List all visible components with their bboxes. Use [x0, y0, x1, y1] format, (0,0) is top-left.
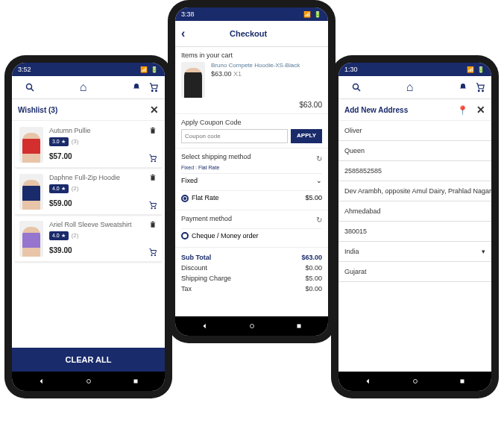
trash-icon[interactable]	[149, 221, 157, 228]
address-header: Add New Address 📍 ✕	[338, 99, 491, 121]
svg-point-14	[353, 84, 359, 90]
svg-point-10	[86, 380, 90, 384]
product-name: Ariel Roll Sleeve Sweatshirt	[49, 221, 148, 228]
wishlist-item[interactable]: Daphne Full-Zip Hoodie 4.0 ★(2) $59.00	[15, 169, 162, 215]
shipping-price: $5.00	[305, 194, 322, 201]
svg-point-0	[27, 84, 32, 90]
phone-field[interactable]: 2585852585	[338, 161, 491, 181]
total-value: $0.00	[305, 285, 322, 292]
product-image	[19, 221, 43, 257]
svg-point-5	[154, 160, 156, 162]
trash-icon[interactable]	[149, 174, 157, 181]
time: 1:30	[344, 66, 358, 73]
back-icon[interactable]: ‹	[181, 27, 185, 40]
shipping-section: Select shipping method ↻ Fixed : Flat Ra…	[175, 148, 328, 210]
total-value: $63.00	[301, 254, 322, 261]
status-bar: 3:38 📶 🔋	[175, 7, 328, 21]
nav-recent-icon[interactable]	[459, 378, 466, 385]
firstname-field[interactable]: Oliver	[338, 121, 491, 141]
payment-section: Payment method ↻ Cheque / Money order	[175, 210, 328, 248]
search-icon[interactable]	[25, 83, 34, 92]
add-cart-icon[interactable]	[148, 201, 157, 210]
svg-point-8	[151, 254, 153, 256]
lastname-field[interactable]: Queen	[338, 141, 491, 161]
product-price: $59.00	[49, 199, 148, 207]
rating-count: (2)	[72, 185, 79, 192]
close-icon[interactable]: ✕	[476, 104, 485, 116]
city-field[interactable]: Ahmedabad	[338, 201, 491, 222]
android-navbar	[338, 372, 491, 391]
close-icon[interactable]: ✕	[150, 104, 159, 116]
svg-rect-13	[297, 325, 300, 328]
product-name: Bruno Compete Hoodie-XS-Black	[211, 62, 322, 69]
wishlist-item[interactable]: Autumn Pullie 3.0 ★(3) $57.00	[15, 122, 162, 168]
chevron-down-icon[interactable]: ⌄	[316, 177, 322, 184]
page-title: Checkout	[191, 29, 306, 38]
line-total: $63.00	[181, 101, 322, 109]
radio-icon[interactable]	[181, 232, 189, 240]
refresh-icon[interactable]: ↻	[316, 216, 322, 224]
nav-home-icon[interactable]	[248, 322, 256, 330]
clear-all-button[interactable]: CLEAR ALL	[12, 348, 165, 372]
svg-rect-11	[133, 380, 137, 384]
rating-badge: 4.0 ★	[49, 231, 69, 240]
svg-point-2	[151, 90, 153, 92]
total-label: Discount	[181, 264, 207, 272]
page-title: Wishlist (3)	[18, 106, 57, 114]
product-image	[181, 62, 205, 98]
cart-icon[interactable]	[475, 82, 485, 93]
cart-icon[interactable]	[148, 82, 159, 93]
checkout-header: ‹ Checkout	[175, 21, 328, 47]
wishlist-item[interactable]: Ariel Roll Sleeve Sweatshirt 4.0 ★(2) $3…	[15, 216, 162, 262]
total-label: Sub Total	[181, 254, 211, 261]
apply-button[interactable]: APPLY	[291, 129, 322, 143]
product-name: Daphne Full-Zip Hoodie	[49, 174, 148, 181]
add-cart-icon[interactable]	[148, 154, 157, 163]
total-value: $0.00	[305, 264, 322, 272]
svg-point-18	[413, 380, 417, 384]
section-title: Select shipping method	[181, 153, 251, 160]
refresh-icon[interactable]: ↻	[316, 154, 322, 163]
svg-line-1	[31, 89, 34, 92]
nav-recent-icon[interactable]	[132, 378, 139, 385]
bell-icon[interactable]	[459, 83, 467, 92]
search-icon[interactable]	[352, 83, 361, 92]
product-price: $57.00	[49, 152, 148, 160]
time: 3:52	[18, 66, 31, 73]
country-field[interactable]: India▾	[338, 242, 491, 262]
add-cart-icon[interactable]	[148, 248, 157, 257]
nav-back-icon[interactable]	[38, 378, 45, 385]
status-bar: 1:30 📶 🔋	[338, 63, 491, 76]
coupon-input[interactable]	[181, 129, 288, 143]
rating-count: (2)	[72, 232, 79, 239]
nav-back-icon[interactable]	[201, 322, 209, 330]
status-icons: 📶 🔋	[140, 66, 159, 73]
zip-field[interactable]: 380015	[338, 222, 491, 242]
logo-icon[interactable]: ⌂	[80, 81, 87, 94]
state-field[interactable]: Gujarat	[338, 262, 491, 282]
svg-point-17	[482, 90, 484, 92]
status-icons: 📶 🔋	[467, 66, 485, 73]
app-toolbar: ⌂	[12, 76, 165, 99]
location-icon[interactable]: 📍	[457, 105, 468, 116]
total-label: Shipping Charge	[181, 275, 231, 282]
svg-point-6	[151, 207, 153, 209]
street-field[interactable]: Dev Arambh, opposite Amul Dairy, Prahlad…	[338, 181, 491, 201]
bell-icon[interactable]	[132, 83, 141, 92]
rating-count: (3)	[72, 138, 79, 145]
svg-point-16	[478, 90, 479, 92]
nav-home-icon[interactable]	[85, 378, 92, 385]
nav-recent-icon[interactable]	[295, 322, 303, 330]
svg-point-4	[151, 160, 153, 162]
app-toolbar: ⌂	[338, 76, 491, 99]
logo-icon[interactable]: ⌂	[406, 81, 414, 94]
radio-icon[interactable]	[181, 195, 189, 202]
svg-point-12	[250, 325, 253, 328]
nav-home-icon[interactable]	[412, 378, 419, 385]
trash-icon[interactable]	[149, 127, 157, 134]
total-label: Tax	[181, 285, 192, 292]
shipping-label: Fixed	[181, 177, 198, 184]
rating-badge: 3.0 ★	[49, 137, 69, 146]
nav-back-icon[interactable]	[365, 378, 372, 385]
android-navbar	[175, 316, 328, 336]
